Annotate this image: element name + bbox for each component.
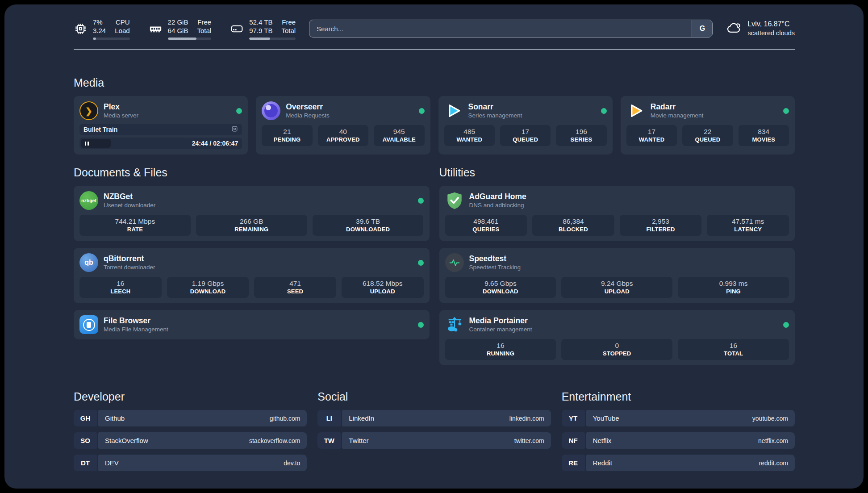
ram-total-label: Total — [197, 26, 211, 35]
app-description: DNS and adblocking — [469, 202, 526, 209]
cloud-icon — [726, 20, 742, 38]
bookmark-name: LinkedIn — [349, 414, 374, 422]
bookmark-twitter[interactable]: TW Twittertwitter.com — [317, 432, 551, 449]
pause-icon — [85, 142, 89, 146]
ram-free-value: 22 GiB — [168, 18, 188, 27]
app-card-sonarr[interactable]: Sonarr Series management 485 WANTED 17 Q… — [438, 96, 613, 155]
sonarr-icon — [444, 101, 463, 120]
search-engine-button[interactable]: G — [692, 20, 712, 37]
dashboard-frame: 7% 3.24 CPU Load — [4, 4, 864, 489]
bookmark-name: Twitter — [349, 437, 368, 444]
app-description: Speedtest Tracking — [469, 264, 521, 272]
app-card-nzbget[interactable]: nzbget NZBGet Usenet downloader 744.21 M… — [74, 186, 430, 241]
stat-upload: 618.52 Mbps UPLOAD — [342, 277, 424, 298]
bookmark-reddit[interactable]: RE Redditreddit.com — [562, 455, 795, 471]
top-bar: 7% 3.24 CPU Load — [74, 14, 795, 43]
section-media: Media ❯ Plex Media server Bullet Train — [74, 76, 795, 155]
stat-label: PENDING — [263, 136, 310, 143]
stat-label: DOWNLOAD — [169, 288, 247, 295]
bookmark-abbr: RE — [562, 455, 585, 471]
bookmark-name: YouTube — [593, 414, 619, 422]
metric-cpu: 7% 3.24 CPU Load — [74, 18, 130, 40]
stat-wanted: 485 WANTED — [444, 125, 495, 146]
stat-label: RATE — [81, 226, 189, 233]
bookmark-abbr: YT — [562, 410, 585, 426]
stat-value: 16 — [81, 280, 160, 288]
app-description: Series management — [468, 112, 522, 120]
stat-value: 485 — [446, 128, 493, 136]
portainer-icon — [445, 315, 464, 334]
stat-label: LEECH — [81, 288, 160, 295]
stat-leech: 16 LEECH — [79, 277, 162, 298]
bookmark-stackoverflow[interactable]: SO StackOverflowstackoverflow.com — [74, 432, 307, 449]
stat-value: 266 GB — [198, 217, 305, 226]
app-card-filebrowser[interactable]: File Browser Media File Management — [74, 310, 430, 339]
bookmark-url: youtube.com — [752, 415, 788, 422]
stat-value: 744.21 Mbps — [81, 217, 189, 226]
disk-progress-bar — [249, 38, 296, 40]
section-entertainment: Entertainment YT YouTubeyoutube.com NF N… — [562, 390, 795, 471]
playback-time: 24:44 / 02:06:47 — [192, 140, 238, 147]
stat-label: UPLOAD — [343, 288, 422, 295]
stat-label: DOWNLOAD — [447, 288, 555, 295]
bookmark-abbr: GH — [74, 410, 97, 426]
stat-label: PING — [680, 288, 787, 295]
nzbget-icon: nzbget — [79, 191, 98, 210]
status-dot — [783, 108, 789, 114]
bookmark-netflix[interactable]: NF Netflixnetflix.com — [562, 432, 795, 449]
app-description: Container management — [469, 326, 532, 334]
app-card-adguard[interactable]: AdGuard Home DNS and adblocking 498,461 … — [439, 186, 795, 241]
stat-label: SEED — [256, 288, 334, 295]
stat-value: 0.993 ms — [680, 280, 787, 288]
app-name: File Browser — [104, 316, 168, 326]
app-name: NZBGet — [104, 192, 155, 202]
app-description: Movie management — [651, 112, 704, 120]
disk-total-label: Total — [281, 26, 296, 35]
stat-value: 2,953 — [622, 217, 700, 226]
qbittorrent-icon: qb — [79, 253, 98, 272]
app-card-portainer[interactable]: Media Portainer Container management 16 … — [439, 310, 795, 365]
stat-movies: 834 MOVIES — [739, 125, 789, 146]
stat-value: 9.24 Gbps — [563, 280, 671, 288]
app-description: Media File Management — [104, 326, 168, 334]
stat-pending: 21 PENDING — [262, 125, 312, 146]
stat-wanted: 17 WANTED — [626, 125, 677, 146]
app-name: Sonarr — [468, 102, 522, 112]
section-title-media: Media — [74, 76, 795, 89]
app-description: Media Requests — [286, 112, 330, 120]
stat-value: 21 — [263, 128, 310, 136]
stat-value: 16 — [447, 342, 555, 350]
app-name: Speedtest — [469, 254, 521, 264]
bookmark-youtube[interactable]: YT YouTubeyoutube.com — [562, 410, 795, 426]
stat-label: APPROVED — [320, 136, 367, 143]
stat-value: 471 — [256, 280, 334, 288]
ram-total-value: 64 GiB — [168, 26, 188, 35]
stat-approved: 40 APPROVED — [318, 125, 368, 146]
system-metrics: 7% 3.24 CPU Load — [74, 18, 296, 40]
stat-value: 16 — [680, 342, 787, 350]
stat-label: MOVIES — [740, 136, 787, 143]
app-card-plex[interactable]: ❯ Plex Media server Bullet Train 24:44 /… — [74, 96, 248, 155]
app-description: Usenet downloader — [104, 202, 155, 209]
metric-disk: 52.4 TB 97.9 TB Free Total — [230, 18, 296, 40]
stat-label: FILTERED — [622, 226, 700, 233]
stat-label: REMAINING — [198, 226, 305, 233]
app-card-overseerr[interactable]: Overseerr Media Requests 21 PENDING 40 A… — [256, 96, 430, 155]
bookmark-github[interactable]: GH Githubgithub.com — [74, 410, 307, 426]
speedtest-icon — [445, 253, 464, 272]
bookmark-name: Reddit — [593, 459, 612, 467]
pause-button[interactable] — [81, 139, 111, 148]
app-card-speedtest[interactable]: Speedtest Speedtest Tracking 9.65 Gbps D… — [439, 248, 795, 303]
app-card-qbittorrent[interactable]: qb qBittorrent Torrent downloader 16 LEE… — [74, 248, 430, 303]
bookmark-dev[interactable]: DT DEVdev.to — [74, 455, 307, 471]
status-dot — [783, 322, 789, 328]
bookmark-abbr: NF — [562, 432, 585, 449]
bookmark-linkedin[interactable]: LI LinkedInlinkedin.com — [317, 410, 551, 426]
bookmark-name: Netflix — [593, 437, 612, 444]
search-input[interactable] — [309, 20, 692, 37]
metric-ram: 22 GiB 64 GiB Free Total — [149, 18, 212, 40]
app-card-radarr[interactable]: Radarr Movie management 17 WANTED 22 QUE… — [621, 96, 795, 155]
app-name: Plex — [104, 102, 138, 112]
camera-icon[interactable] — [231, 125, 238, 134]
stat-available: 945 AVAILABLE — [374, 125, 424, 146]
